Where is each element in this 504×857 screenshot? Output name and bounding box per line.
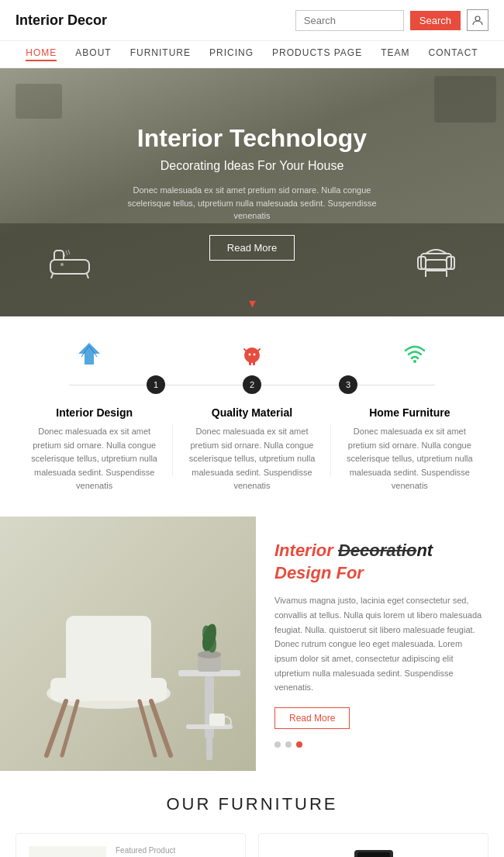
svg-rect-48 [357,852,390,857]
product-card-inner-1: Featured Product Product Name $210 Donec… [29,846,233,857]
scroll-arrow-icon: ▾ [249,295,256,312]
feature-num-3: 3 [339,375,357,394]
svg-rect-30 [186,724,233,729]
dot-1[interactable] [274,741,281,748]
svg-line-6 [66,251,67,255]
hero-read-more-button[interactable]: Read More [209,235,295,261]
product-card-2: Product Name 6710 $210 [258,833,488,857]
svg-rect-23 [66,616,151,686]
user-icon[interactable] [467,9,488,31]
nav-pricing[interactable]: PRICING [209,47,254,61]
feature-desc-1: Donec malesuada ex sit amet pretium sid … [28,425,161,493]
hero-description: Donec malesuada ex sit amet pretium sid … [120,184,384,223]
svg-point-16 [249,354,251,356]
nav-products[interactable]: PRODUCTS PAGE [272,47,362,61]
hero-subtitle: Decorating Ideas For Your House [120,159,384,173]
svg-point-4 [60,263,64,266]
feature-icon-2 [238,340,266,371]
site-header: Interior Decor Search [0,0,504,41]
about-read-more-button[interactable]: Read More [274,707,350,729]
feature-num-1: 1 [147,375,165,394]
feature-title-3: Home Furniture [343,406,476,419]
about-title: Interior Decorationt Interior Decoration… [274,540,485,584]
nav-about[interactable]: ABOUT [75,47,111,61]
svg-point-0 [475,16,480,21]
feature-item-2: Quality Material Donec malesuada ex sit … [173,406,330,493]
header-right: Search [295,9,488,31]
nav-contact[interactable]: CONTACT [429,47,478,61]
feature-num-2: 2 [243,375,261,394]
armchair-icon [415,240,457,285]
features-section: 1 2 3 Interior Design Donec malesuada ex… [0,316,504,517]
svg-rect-36 [209,714,225,726]
featured-label: Featured Product [116,846,233,855]
about-description: Vivamus magna justo, lacinia eget consec… [274,593,485,695]
svg-rect-1 [50,260,89,274]
search-button[interactable]: Search [410,11,461,30]
bathtub-icon [47,247,93,285]
feature-item-3: Home Furniture Donec malesuada ex sit am… [331,406,488,493]
product-card-1: Featured Product Product Name $210 Donec… [16,833,246,857]
hero-section: Interior Technology Decorating Ideas For… [0,68,504,316]
svg-rect-19 [253,361,255,365]
about-image [0,517,256,771]
svg-line-3 [87,274,88,278]
feature-icon-3 [401,340,429,371]
about-content: Interior Decorationt Interior Decoration… [256,517,504,771]
svg-point-33 [198,651,221,658]
carousel-dots [274,741,485,748]
dot-2[interactable] [285,741,292,748]
product-image-1 [29,846,106,857]
feature-title-2: Quality Material [185,406,318,419]
svg-line-7 [68,250,70,254]
feature-desc-3: Donec malesuada ex sit amet pretium sid … [343,425,476,493]
furniture-section: OUR FURNITURE [0,771,504,857]
products-grid: Featured Product Product Name $210 Donec… [16,833,488,857]
nav-home[interactable]: HOME [26,47,57,61]
svg-line-2 [51,274,53,278]
svg-rect-15 [247,351,257,361]
svg-rect-18 [249,361,251,365]
hero-title: Interior Technology [120,124,384,153]
features-grid: Interior Design Donec malesuada ex sit a… [8,406,496,509]
feature-title-1: Interior Design [28,406,161,419]
feature-icon-1 [75,340,103,371]
nav-furniture[interactable]: FURNITURE [130,47,191,61]
svg-point-35 [200,623,219,653]
search-input[interactable] [295,10,404,31]
dot-3[interactable] [296,741,302,748]
about-section: Interior Decorationt Interior Decoration… [0,517,504,771]
feature-desc-2: Donec malesuada ex sit amet pretium sid … [185,425,318,493]
svg-point-20 [413,360,416,363]
product-image-2 [271,846,475,857]
svg-point-17 [254,354,256,356]
svg-rect-31 [206,729,212,760]
site-logo: Interior Decor [16,12,107,29]
nav-team[interactable]: TEAM [381,47,409,61]
hero-content: Interior Technology Decorating Ideas For… [120,124,384,261]
feature-item-1: Interior Design Donec malesuada ex sit a… [16,406,173,493]
furniture-title: OUR FURNITURE [16,794,488,814]
product-info-1: Featured Product Product Name $210 Donec… [116,846,233,857]
main-nav: HOME ABOUT FURNITURE PRICING PRODUCTS PA… [0,41,504,68]
